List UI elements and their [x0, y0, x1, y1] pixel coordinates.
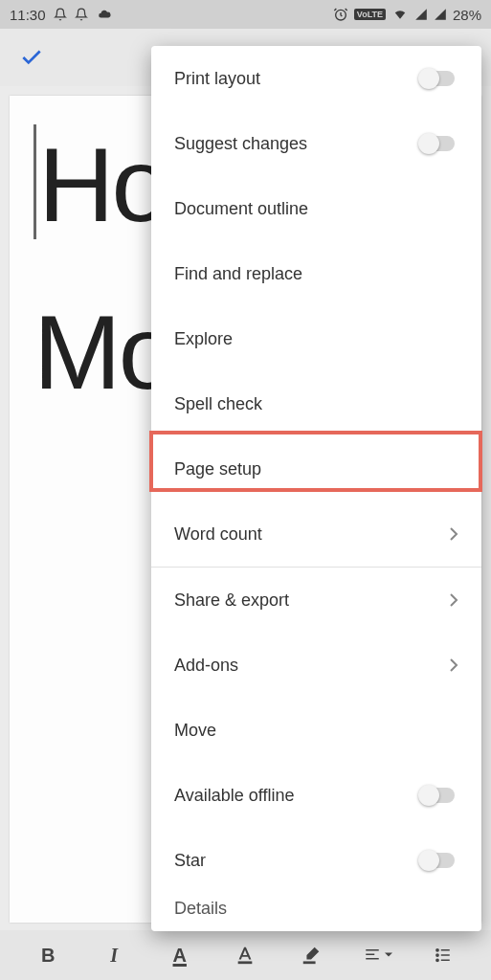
chevron-right-icon	[449, 592, 458, 608]
menu-word-count[interactable]: Word count	[151, 501, 481, 567]
overflow-menu: Print layout Suggest changes Document ou…	[151, 46, 481, 931]
menu-label: Star	[174, 851, 420, 871]
menu-available-offline[interactable]: Available offline	[151, 763, 481, 828]
menu-find-replace[interactable]: Find and replace	[151, 241, 481, 306]
menu-label: Details	[174, 899, 227, 919]
menu-label: Find and replace	[174, 264, 458, 284]
menu-label: Suggest changes	[174, 134, 420, 154]
menu-label: Move	[174, 721, 458, 741]
menu-explore[interactable]: Explore	[151, 306, 481, 371]
menu-label: Document outline	[174, 199, 458, 219]
menu-label: Word count	[174, 524, 449, 545]
menu-label: Share & export	[174, 590, 449, 611]
menu-share-export[interactable]: Share & export	[151, 568, 481, 633]
suggest-changes-toggle[interactable]	[420, 133, 458, 154]
menu-label: Print layout	[174, 69, 420, 89]
menu-document-outline[interactable]: Document outline	[151, 176, 481, 241]
menu-label: Page setup	[174, 459, 458, 479]
menu-details-cut[interactable]: Details	[151, 893, 481, 931]
menu-label: Spell check	[174, 394, 458, 414]
menu-label: Available offline	[174, 786, 420, 806]
menu-label: Explore	[174, 329, 458, 349]
print-layout-toggle[interactable]	[420, 68, 458, 89]
menu-spell-check[interactable]: Spell check	[151, 371, 481, 436]
offline-toggle[interactable]	[420, 785, 458, 806]
menu-suggest-changes[interactable]: Suggest changes	[151, 111, 481, 176]
menu-page-setup[interactable]: Page setup	[151, 436, 481, 501]
menu-add-ons[interactable]: Add-ons	[151, 633, 481, 698]
star-toggle[interactable]	[420, 850, 458, 871]
menu-move[interactable]: Move	[151, 698, 481, 763]
menu-label: Add-ons	[174, 656, 449, 676]
menu-star[interactable]: Star	[151, 828, 481, 893]
menu-print-layout[interactable]: Print layout	[151, 46, 481, 111]
chevron-right-icon	[449, 657, 458, 673]
menu-overlay[interactable]: Print layout Suggest changes Document ou…	[0, 0, 491, 980]
screen: 11:30 VoLTE 28% Ho Mo	[0, 0, 491, 980]
chevron-right-icon	[449, 526, 458, 542]
